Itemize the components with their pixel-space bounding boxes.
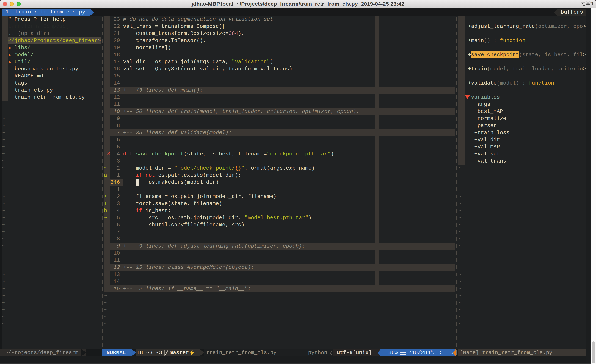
svg-text:1: 1: [591, 1, 594, 7]
